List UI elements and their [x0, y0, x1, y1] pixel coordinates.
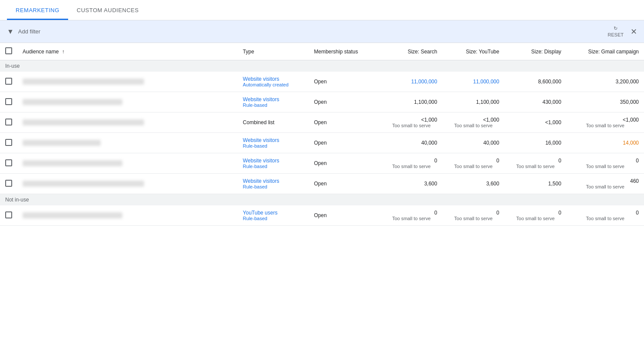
row-checkbox[interactable]	[5, 78, 12, 85]
size-gmail-cell: 350,000	[566, 92, 644, 112]
size-youtube-value: 11,000,000	[447, 79, 499, 85]
size-youtube-subtext: Too small to serve	[447, 164, 499, 169]
size-youtube-header[interactable]: Size: YouTube	[442, 43, 504, 60]
type-primary: Website visitors	[243, 96, 304, 102]
row-checkbox[interactable]	[5, 159, 12, 166]
reset-button[interactable]: ↻ RESET	[608, 26, 624, 37]
sort-icon: ↑	[62, 49, 65, 55]
size-youtube-cell: 0Too small to serve	[442, 153, 504, 174]
row-checkbox[interactable]	[5, 180, 12, 187]
membership-cell: Open	[309, 205, 381, 226]
type-primary: Website visitors	[243, 158, 304, 164]
size-display-header[interactable]: Size: Display	[504, 43, 566, 60]
audience-name-header[interactable]: Audience name ↑	[17, 43, 238, 60]
row-checkbox[interactable]	[5, 98, 12, 105]
audiences-table: Audience name ↑ Type Membership status S…	[0, 43, 644, 226]
size-gmail-value: 460	[572, 178, 639, 184]
size-search-value: 0	[386, 158, 437, 164]
size-gmail-cell: 0Too small to serve	[566, 153, 644, 174]
size-display-value: 0	[509, 210, 561, 216]
size-search-cell: <1,000Too small to serve	[381, 112, 443, 133]
size-search-cell: 0Too small to serve	[381, 205, 443, 226]
size-gmail-subtext: Too small to serve	[572, 216, 639, 221]
size-display-cell: 16,000	[504, 133, 566, 153]
size-gmail-value: 0	[572, 210, 639, 216]
audience-name-blur	[23, 181, 144, 187]
size-display-value: 0	[509, 158, 561, 164]
size-display-value: 16,000	[509, 140, 561, 146]
type-primary: Website visitors	[243, 76, 304, 82]
audience-name-blur	[23, 99, 122, 105]
size-search-value: 0	[386, 210, 437, 216]
audience-name-cell[interactable]	[17, 112, 238, 133]
size-gmail-subtext: Too small to serve	[572, 164, 639, 169]
membership-cell: Open	[309, 92, 381, 112]
audience-name-cell[interactable]	[17, 153, 238, 174]
audience-name-blur	[23, 140, 101, 146]
type-secondary: Rule-based	[243, 164, 304, 169]
membership-cell: Open	[309, 133, 381, 153]
size-gmail-cell: 14,000	[566, 133, 644, 153]
size-search-value: 3,600	[386, 181, 437, 187]
row-checkbox[interactable]	[5, 119, 12, 125]
row-checkbox[interactable]	[5, 211, 12, 218]
size-youtube-cell: 1,100,000	[442, 92, 504, 112]
type-header[interactable]: Type	[238, 43, 309, 60]
select-all-checkbox[interactable]	[5, 47, 12, 54]
membership-header[interactable]: Membership status	[309, 43, 381, 60]
select-all-header[interactable]	[0, 43, 17, 60]
audience-name-cell[interactable]	[17, 92, 238, 112]
size-youtube-cell: 0Too small to serve	[442, 205, 504, 226]
size-display-cell: 1,500	[504, 174, 566, 194]
filter-bar: ▼ Add filter ↻ RESET ✕	[0, 20, 644, 43]
type-cell: Website visitorsRule-based	[238, 153, 309, 174]
type-secondary: Rule-based	[243, 184, 304, 189]
size-youtube-cell: 40,000	[442, 133, 504, 153]
tab-custom-audiences[interactable]: CUSTOM AUDIENCES	[68, 0, 148, 20]
tab-remarketing[interactable]: REMARKETING	[7, 0, 68, 20]
row-checkbox[interactable]	[5, 139, 12, 146]
size-search-value: 11,000,000	[386, 79, 437, 85]
membership-cell: Open	[309, 153, 381, 174]
size-youtube-value: 3,600	[447, 181, 499, 187]
size-search-value: 1,100,000	[386, 99, 437, 105]
size-search-subtext: Too small to serve	[386, 216, 437, 221]
size-gmail-value: 3,200,000	[572, 79, 639, 85]
size-search-subtext: Too small to serve	[386, 123, 437, 128]
section-row: Not in-use	[0, 194, 644, 206]
size-youtube-value: 0	[447, 210, 499, 216]
type-cell: Website visitorsAutomatically created	[238, 72, 309, 92]
type-cell: YouTube usersRule-based	[238, 205, 309, 226]
size-gmail-value: 350,000	[572, 99, 639, 105]
table-row: Website visitorsAutomatically createdOpe…	[0, 72, 644, 92]
type-secondary: Automatically created	[243, 82, 304, 87]
type-cell: Website visitorsRule-based	[238, 92, 309, 112]
size-display-value: <1,000	[509, 119, 561, 125]
audience-name-cell[interactable]	[17, 205, 238, 226]
size-youtube-subtext: Too small to serve	[447, 123, 499, 128]
size-gmail-cell: 0Too small to serve	[566, 205, 644, 226]
filter-left: ▼ Add filter	[7, 28, 40, 36]
add-filter-text[interactable]: Add filter	[18, 28, 40, 35]
audience-name-cell[interactable]	[17, 72, 238, 92]
membership-cell: Open	[309, 112, 381, 133]
type-cell: Website visitorsRule-based	[238, 133, 309, 153]
close-button[interactable]: ✕	[631, 28, 637, 36]
size-search-value: <1,000	[386, 117, 437, 123]
size-search-cell: 40,000	[381, 133, 443, 153]
size-gmail-header[interactable]: Size: Gmail campaign	[566, 43, 644, 60]
filter-icon: ▼	[7, 28, 14, 36]
size-search-header[interactable]: Size: Search	[381, 43, 443, 60]
size-youtube-value: 40,000	[447, 140, 499, 146]
table-row: Combined listOpen<1,000Too small to serv…	[0, 112, 644, 133]
size-search-subtext: Too small to serve	[386, 164, 437, 169]
size-gmail-cell: 460Too small to serve	[566, 174, 644, 194]
size-gmail-value: 14,000	[572, 140, 639, 146]
table-row: YouTube usersRule-basedOpen0Too small to…	[0, 205, 644, 226]
audience-name-cell[interactable]	[17, 174, 238, 194]
reset-icon: ↻	[614, 26, 618, 31]
section-row: In-use	[0, 60, 644, 72]
size-display-cell: 430,000	[504, 92, 566, 112]
audience-name-cell[interactable]	[17, 133, 238, 153]
membership-cell: Open	[309, 174, 381, 194]
